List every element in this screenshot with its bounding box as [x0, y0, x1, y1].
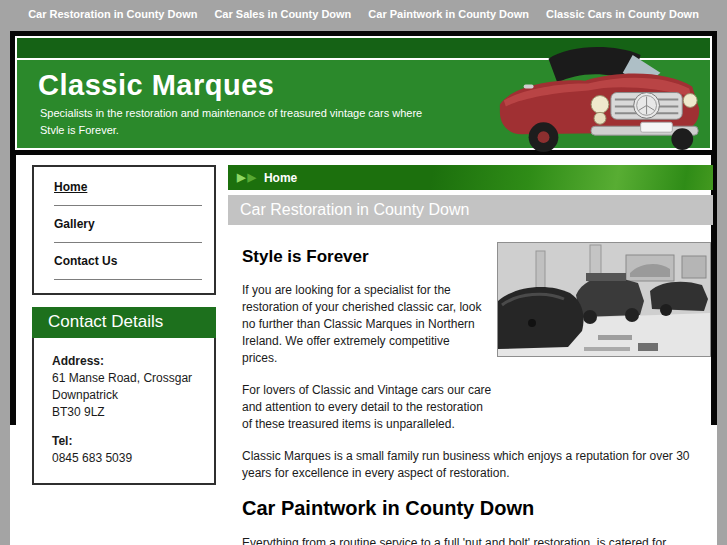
hero-car-image: [493, 41, 705, 153]
page-title: Car Restoration in County Down: [228, 195, 713, 225]
nav-divider: [54, 279, 202, 280]
sidebar-item-contact-us[interactable]: Contact Us: [54, 254, 214, 268]
toplink-car-paintwork[interactable]: Car Paintwork in County Down: [368, 8, 529, 20]
tel-label: Tel:: [52, 433, 206, 450]
paragraph: If you are looking for a specialist for …: [242, 282, 492, 367]
address-line: 61 Manse Road, Crossgar: [52, 370, 206, 387]
paragraph: For lovers of Classic and Vintage cars o…: [242, 382, 492, 433]
contact-details-header: Contact Details: [32, 307, 216, 338]
toplink-car-restoration[interactable]: Car Restoration in County Down: [28, 8, 197, 20]
section-heading-car-paintwork: Car Paintwork in County Down: [242, 497, 713, 520]
site-tagline: Specialists in the restoration and maint…: [40, 105, 422, 139]
tagline-line-1: Specialists in the restoration and maint…: [40, 105, 422, 122]
sidebar-item-gallery[interactable]: Gallery: [54, 217, 214, 231]
page-wrapper: Classic Marques Specialists in the resto…: [10, 31, 717, 545]
tel-number: 0845 683 5039: [52, 450, 206, 467]
sidebar-item-home[interactable]: Home: [54, 180, 214, 194]
content-row: Home Gallery Contact Us Contact Details …: [10, 155, 717, 545]
toplink-car-sales[interactable]: Car Sales in County Down: [214, 8, 351, 20]
paragraph: Classic Marques is a small family run bu…: [242, 448, 707, 482]
top-link-bar: Car Restoration in County Down Car Sales…: [0, 0, 727, 24]
contact-details-box: Address: 61 Manse Road, Crossgar Downpat…: [32, 338, 216, 485]
breadcrumb: ▶ ▶ Home: [228, 165, 713, 190]
header-frame: Classic Marques Specialists in the resto…: [10, 31, 717, 155]
sidebar: Home Gallery Contact Us Contact Details …: [32, 165, 216, 545]
address-line: BT30 9LZ: [52, 404, 206, 421]
address-line: Downpatrick: [52, 387, 206, 404]
site-header: Classic Marques Specialists in the resto…: [15, 36, 712, 150]
nav-divider: [54, 242, 202, 243]
breadcrumb-arrow-icon: ▶: [247, 172, 255, 183]
nav-divider: [54, 205, 202, 206]
workshop-photo: [497, 242, 711, 357]
address-label: Address:: [52, 353, 206, 370]
breadcrumb-home-link[interactable]: Home: [264, 171, 297, 185]
article-content: Style is Forever If you are looking for …: [228, 225, 713, 545]
breadcrumb-arrow-icon: ▶: [237, 172, 245, 183]
main-column: ▶ ▶ Home Car Restoration in County Down: [228, 165, 713, 545]
toplink-classic-cars[interactable]: Classic Cars in County Down: [546, 8, 699, 20]
tagline-line-2: Stvle is Forever.: [40, 122, 422, 139]
sidebar-nav: Home Gallery Contact Us: [32, 165, 216, 295]
paragraph: Everything from a routine service to a f…: [242, 535, 707, 545]
